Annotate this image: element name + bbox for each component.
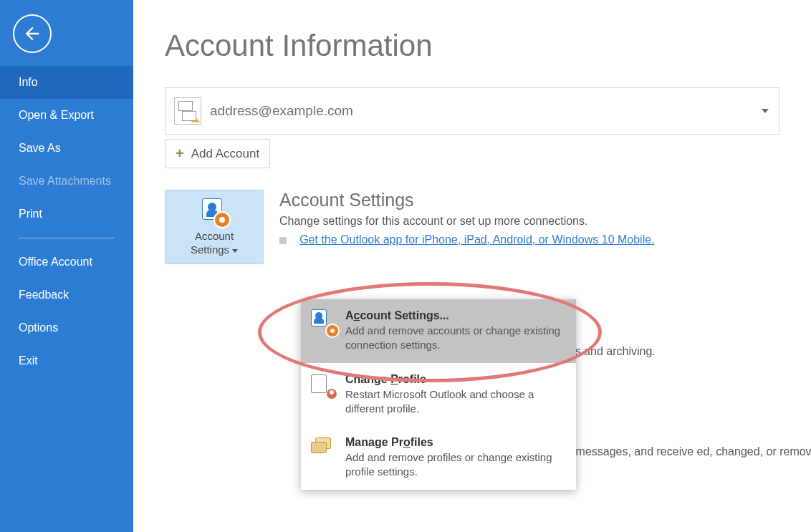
account-settings-split-button[interactable]: Account Settings [165, 190, 264, 264]
mng-icon [311, 436, 335, 460]
sidebar-item-print[interactable]: Print [0, 198, 133, 231]
sidebar-item-save-as[interactable]: Save As [0, 132, 133, 165]
bullet-icon [279, 237, 287, 244]
account-selector[interactable]: address@example.com [165, 87, 779, 135]
account-settings-menu: Account Settings...Add and remove accoun… [301, 299, 576, 490]
sidebar-item-feedback[interactable]: Feedback [0, 279, 133, 311]
sidebar-item-info[interactable]: Info [0, 66, 133, 99]
account-email: address@example.com [210, 103, 353, 119]
acct-icon [311, 309, 335, 334]
user-gear-icon [199, 197, 229, 227]
add-account-button[interactable]: + Add Account [165, 139, 270, 168]
menu-item-managepr[interactable]: Manage ProfilesAdd and remove profiles o… [301, 426, 576, 490]
get-outlook-app-link[interactable]: Get the Outlook app for iPhone, iPad, An… [299, 233, 654, 246]
sidebar-separator [19, 238, 115, 238]
back-button[interactable] [13, 14, 52, 53]
arrow-left-icon [22, 24, 42, 44]
main-panel: Account Information address@example.com … [133, 0, 811, 532]
chevron-down-icon [232, 249, 238, 253]
menu-item-desc: Add and remove accounts or change existi… [345, 324, 565, 353]
sidebar-item-options[interactable]: Options [0, 311, 133, 344]
sidebar-item-save-attachments: Save Attachments [0, 165, 133, 198]
plus-icon: + [176, 145, 184, 162]
account-settings-desc: Change settings for this account or set … [279, 215, 655, 228]
sidebar-item-open-export[interactable]: Open & Export [0, 99, 133, 132]
backstage-sidebar: InfoOpen & ExportSave AsSave Attachments… [0, 0, 133, 532]
account-settings-heading: Account Settings [279, 190, 655, 211]
sidebar-item-office-account[interactable]: Office Account [0, 246, 133, 279]
add-account-label: Add Account [191, 147, 259, 161]
chg-icon [311, 373, 335, 397]
menu-item-desc: Restart Microsoft Outlook and choose a d… [345, 387, 565, 417]
sidebar-item-exit[interactable]: Exit [0, 344, 133, 377]
menu-item-change[interactable]: Change ProfileRestart Microsoft Outlook … [301, 363, 576, 427]
menu-item-title: Account Settings... [345, 309, 565, 322]
chevron-down-icon [762, 109, 769, 113]
menu-item-a[interactable]: Account Settings...Add and remove accoun… [301, 299, 576, 363]
mailbox-icon [174, 97, 201, 125]
menu-item-desc: Add and remove profiles or change existi… [345, 450, 565, 480]
menu-item-title: Change Profile [345, 373, 565, 386]
page-title: Account Information [165, 29, 779, 63]
menu-item-title: Manage Profiles [345, 436, 565, 449]
